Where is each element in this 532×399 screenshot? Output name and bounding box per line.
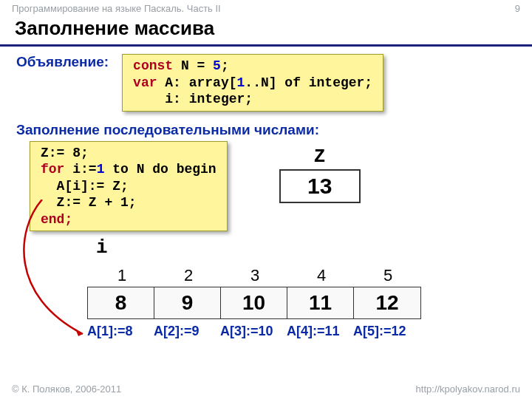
array-cells: 8 9 10 11 12 xyxy=(87,287,421,319)
array-cell: 9 xyxy=(154,287,221,318)
i-label: i xyxy=(96,236,108,259)
index-cell: 4 xyxy=(288,266,355,285)
index-cell: 2 xyxy=(155,266,222,285)
fill-label: Заполнение последовательными числами: xyxy=(16,122,517,138)
assignment: A[5]:=12 xyxy=(353,324,420,339)
index-cell: 1 xyxy=(89,266,155,285)
fill-code: Z:= 8; for i:=1 to N do begin A[i]:= Z; … xyxy=(30,141,228,232)
array-cell: 12 xyxy=(354,287,420,318)
array-cell: 8 xyxy=(88,287,154,318)
assignment: A[2]:=9 xyxy=(154,324,220,339)
z-value: 13 xyxy=(279,169,361,203)
assignment-row: A[1]:=8 A[2]:=9 A[3]:=10 A[4]:=11 A[5]:=… xyxy=(87,324,420,339)
assignment: A[3]:=10 xyxy=(220,324,287,339)
declaration-code: const N = 5; var A: array[1..N] of integ… xyxy=(122,54,383,112)
declaration-label: Объявление: xyxy=(16,54,109,70)
slide-title: Заполнение массива xyxy=(0,16,532,47)
slide-footer: © К. Поляков, 2006-2011 http://kpolyakov… xyxy=(0,379,532,399)
z-variable: Z 13 xyxy=(279,146,361,203)
index-cell: 5 xyxy=(355,266,421,285)
slide-header: Программирование на языке Паскаль. Часть… xyxy=(0,0,532,16)
page-number: 9 xyxy=(515,3,520,14)
array-cell: 11 xyxy=(287,287,354,318)
index-cell: 3 xyxy=(222,266,288,285)
assignment: A[4]:=11 xyxy=(287,324,353,339)
course-name: Программирование на языке Паскаль. Часть… xyxy=(12,3,221,14)
z-label: Z xyxy=(279,146,361,168)
copyright: © К. Поляков, 2006-2011 xyxy=(12,383,121,395)
footer-url: http://kpolyakov.narod.ru xyxy=(416,383,520,395)
array-indices: 1 2 3 4 5 xyxy=(89,266,421,285)
array-cell: 10 xyxy=(221,287,287,318)
assignment: A[1]:=8 xyxy=(87,324,154,339)
